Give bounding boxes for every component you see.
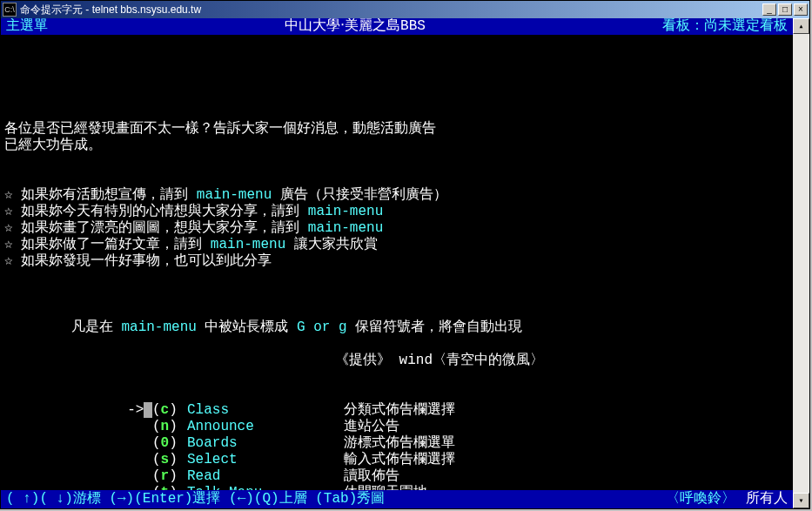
provider-line: 《提供》 wind〈青空中的微風〉 [4,353,789,369]
star-line: ☆ 如果妳做了一篇好文章，請到 main-menu 讓大家共欣賞 [4,237,789,253]
menu-label-en: Class [187,402,344,419]
star-line: ☆ 如果妳畫了漂亮的圖圖，想與大家分享，請到 main-menu [4,220,789,237]
vertical-scrollbar[interactable]: ▴ ▾ [793,18,809,508]
bbs-footer-bar: ( ↑)( ↓)游標 (→)(Enter)選擇 (←)(Q)上層 (Tab)秀圖… [1,490,793,508]
spacer [4,71,789,88]
note-pre: 凡是在 [71,319,122,335]
intro-line: 已經大功告成。 [4,138,789,154]
menu-label-en: Read [187,468,344,485]
menu-label-zh: 進站公告 [344,419,399,435]
menu-pointer: ->_ [4,402,152,419]
app-window: C:\ 命令提示字元 - telnet bbs.nsysu.edu.tw _ □… [0,0,810,509]
note-gg: G or g [297,319,347,335]
star-line: ☆ 如果妳發現一件好事物，也可以到此分享 [4,253,789,270]
menu-item-c[interactable]: ->_(c)Class分類式佈告欄選擇 [4,402,789,419]
menu-label-en: Select [187,452,344,468]
star-line: ☆ 如果妳今天有特別的心情想與大家分享，請到 main-menu [4,204,789,220]
menu-pointer [4,419,152,435]
header-center: 中山大學‧美麗之島BBS [48,18,662,35]
scroll-track[interactable] [793,34,809,493]
menu-hotkey: (c) [152,402,187,419]
star-line: ☆ 如果妳有活動想宣傳，請到 main-menu 廣告（只接受非營利廣告） [4,187,789,204]
note-kw: main-menu [121,319,196,335]
note-post: 保留符號者，將會自動出現 [347,319,523,335]
scroll-down-button[interactable]: ▾ [793,493,809,508]
menu-item-s[interactable]: (s)Select輸入式佈告欄選擇 [4,452,789,468]
note-mid: 中被站長標成 [197,319,297,335]
menu-item-n[interactable]: (n)Announce進站公告 [4,419,789,435]
note-line: 凡是在 main-menu 中被站長標成 G or g 保留符號者，將會自動出現 [4,303,789,319]
menu-label-zh: 輸入式佈告欄選擇 [344,452,455,468]
scroll-up-button[interactable]: ▴ [793,18,809,34]
menu-hotkey: (0) [152,435,187,452]
menu-hotkey: (r) [152,468,187,485]
terminal-area[interactable]: 主選單 中山大學‧美麗之島BBS 看板：尚未選定看板 各位是否已經發現畫面不太一… [1,18,793,508]
header-left: 主選單 [6,18,48,35]
footer-nav: ( ↑)( ↓)游標 (→)(Enter)選擇 (←)(Q)上層 (Tab)秀圖 [6,491,385,508]
footer-user: 所有人 [746,491,788,508]
menu-label-en: Boards [187,435,344,452]
menu-pointer [4,452,152,468]
maximize-button[interactable]: □ [778,3,792,16]
menu-item-0[interactable]: (0)Boards游標式佈告欄選單 [4,435,789,452]
footer-bell: 〈呼喚鈴〉 [666,491,735,508]
menu-pointer [4,435,152,452]
close-button[interactable]: × [794,3,808,16]
menu-label-en: Announce [187,419,344,435]
menu-label-zh: 讀取佈告 [344,468,399,485]
menu-label-zh: 游標式佈告欄選單 [344,435,455,452]
minimize-button[interactable]: _ [762,3,776,16]
header-right: 看板：尚未選定看板 [662,18,788,35]
bbs-body: 各位是否已經發現畫面不太一樣？告訴大家一個好消息，動態活動廣告已經大功告成。 ☆… [1,35,793,508]
cmd-icon: C:\ [3,3,17,17]
menu-hotkey: (s) [152,452,187,468]
titlebar: C:\ 命令提示字元 - telnet bbs.nsysu.edu.tw _ □… [1,1,809,18]
menu-item-r[interactable]: (r)Read讀取佈告 [4,468,789,485]
intro-line: 各位是否已經發現畫面不太一樣？告訴大家一個好消息，動態活動廣告 [4,121,789,138]
bbs-header-bar: 主選單 中山大學‧美麗之島BBS 看板：尚未選定看板 [1,18,793,35]
menu-pointer [4,468,152,485]
menu-hotkey: (n) [152,419,187,435]
menu-label-zh: 分類式佈告欄選擇 [344,402,455,419]
window-title: 命令提示字元 - telnet bbs.nsysu.edu.tw [20,3,761,17]
